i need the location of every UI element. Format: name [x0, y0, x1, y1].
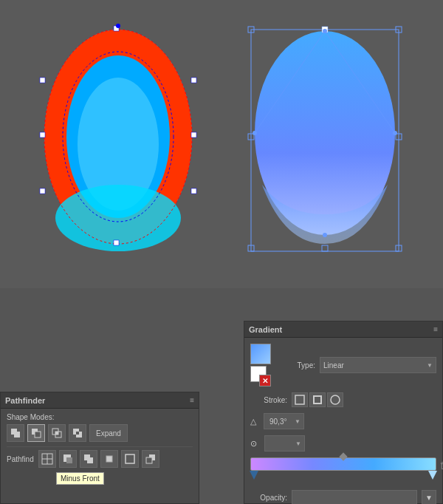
angle-dropdown-arrow: ▼: [295, 418, 301, 425]
pathfind-label: Pathfind: [7, 455, 34, 463]
gradient-swatches: ✕: [250, 344, 271, 386]
right-shape-container: [240, 22, 410, 266]
delete-stop-icon[interactable]: 🗑: [439, 459, 443, 471]
gradient-title: Gradient: [249, 325, 282, 334]
svg-rect-14: [191, 188, 196, 194]
panels-area: Pathfinder ≡ Shape Modes:: [0, 288, 443, 504]
pathfind-merge-button[interactable]: [80, 450, 97, 468]
shape-modes-row: Expand: [7, 424, 193, 442]
pathfinder-title: Pathfinder: [5, 396, 45, 405]
type-row: ✕ Type: Linear ▼: [244, 341, 442, 389]
pathfinder-panel: Pathfinder ≡ Shape Modes:: [0, 392, 199, 504]
stroke-icons: [292, 392, 343, 407]
exclude-button[interactable]: [69, 424, 86, 442]
svg-point-30: [253, 131, 257, 135]
svg-rect-12: [191, 78, 196, 83]
angle-value: 90,3°: [267, 418, 286, 426]
pathfinder-menu-icon[interactable]: ≡: [190, 396, 194, 404]
opacity-input[interactable]: [292, 490, 417, 504]
minus-front-button[interactable]: [27, 424, 45, 442]
pathfind-crop-button[interactable]: [100, 450, 118, 468]
pathfind-outline-button[interactable]: [121, 450, 139, 468]
svg-rect-19: [322, 245, 328, 251]
svg-rect-33: [14, 432, 20, 437]
stroke-icon-3[interactable]: [327, 392, 343, 407]
svg-rect-41: [76, 432, 79, 435]
type-label: Type:: [278, 361, 315, 370]
stroke-icon-1[interactable]: [292, 392, 308, 407]
svg-rect-13: [40, 188, 45, 194]
stroke-icon-2[interactable]: [309, 392, 326, 407]
angle-input[interactable]: 90,3° ▼: [264, 413, 304, 429]
svg-point-15: [116, 24, 120, 28]
svg-point-56: [331, 395, 340, 404]
expand-button[interactable]: Expand: [89, 424, 128, 442]
svg-rect-35: [35, 432, 41, 437]
stroke-label: Stroke:: [250, 396, 287, 404]
intersect-button[interactable]: [48, 424, 66, 442]
opacity-label: Opacity:: [250, 494, 287, 502]
right-stop-handle[interactable]: [428, 471, 437, 480]
aspect-row: ⊙ ▼: [244, 432, 442, 454]
stop-handles-row: [250, 471, 436, 481]
left-stop-handle[interactable]: [250, 471, 258, 480]
left-shape-container: [33, 22, 203, 266]
pathfinder-panel-header: Pathfinder ≡: [1, 392, 199, 409]
angle-row: △ 90,3° ▼: [244, 410, 442, 432]
shape-modes-label: Shape Modes:: [7, 413, 193, 421]
svg-rect-8: [114, 240, 119, 245]
pathfinder-body: Shape Modes:: [1, 409, 199, 472]
opacity-row: Opacity: ▼: [244, 487, 442, 504]
gradient-menu-icon[interactable]: ≡: [433, 325, 438, 333]
gradient-fill-swatch[interactable]: [250, 344, 271, 364]
angle-icon: △: [250, 417, 256, 426]
pathfind-minus-back-button[interactable]: [142, 450, 159, 468]
type-select[interactable]: Linear ▼: [320, 357, 436, 373]
svg-rect-11: [40, 78, 45, 83]
svg-point-31: [393, 131, 397, 135]
right-shape-svg: [240, 22, 410, 266]
pathfind-trim-button[interactable]: [59, 450, 77, 468]
left-shape-svg: [33, 22, 203, 266]
svg-rect-10: [191, 132, 196, 137]
aspect-input[interactable]: ▼: [264, 435, 305, 452]
gradient-bar[interactable]: [250, 457, 436, 471]
gradient-stroke-swatch[interactable]: ✕: [250, 366, 271, 386]
svg-rect-50: [126, 454, 134, 463]
minus-front-tooltip: Minus Front: [56, 472, 104, 485]
svg-rect-53: [295, 395, 304, 404]
type-value: Linear: [323, 361, 344, 370]
svg-rect-38: [55, 432, 58, 435]
stroke-row: Stroke:: [244, 389, 442, 410]
svg-rect-55: [315, 397, 320, 403]
svg-rect-48: [87, 457, 93, 463]
gradient-panel-header: Gradient ≡: [244, 321, 442, 338]
svg-point-27: [323, 233, 327, 237]
gradient-panel: Gradient ≡ ✕ Type: Linear ▼: [244, 321, 443, 504]
aspect-icon: ⊙: [250, 439, 257, 449]
aspect-dropdown-arrow: ▼: [295, 440, 301, 447]
opacity-dropdown[interactable]: ▼: [422, 490, 436, 504]
svg-rect-46: [66, 457, 72, 463]
divider: [7, 446, 193, 447]
canvas-area: [0, 0, 443, 288]
type-dropdown-arrow: ▼: [427, 362, 433, 369]
pathfind-divide-button[interactable]: [38, 450, 56, 468]
gradient-bar-container: 🗑: [250, 457, 436, 481]
svg-rect-49: [106, 456, 112, 462]
unite-button[interactable]: [7, 424, 24, 442]
svg-rect-9: [40, 132, 45, 137]
svg-rect-52: [146, 457, 152, 463]
pathfind-row: Pathfind: [7, 450, 193, 468]
